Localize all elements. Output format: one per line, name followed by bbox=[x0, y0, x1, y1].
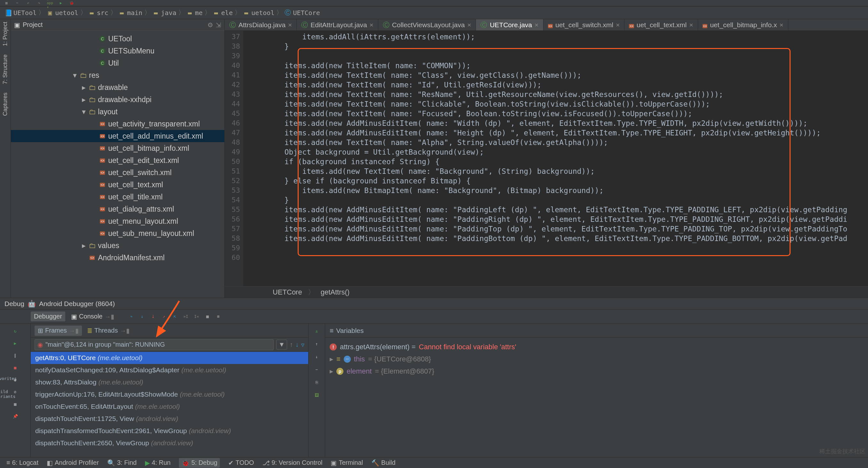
tree-row[interactable]: CUtil bbox=[11, 57, 224, 69]
breadcrumb-item[interactable]: ▬java bbox=[153, 9, 176, 17]
tool-window-button[interactable]: Build Variants bbox=[0, 389, 16, 399]
variables-list[interactable]: !attrs.getAttrs(element) = Cannot find l… bbox=[325, 338, 868, 468]
remove-icon[interactable]: − bbox=[313, 365, 321, 374]
tree-row[interactable]: ▸🗀drawable bbox=[11, 81, 224, 93]
stack-frame-row[interactable]: show:83, AttrsDialog (me.ele.uetool) bbox=[31, 376, 308, 388]
debug-title-bar[interactable]: Debug 🤖 Android Debugger (8604) bbox=[0, 298, 868, 310]
tool-window-button[interactable]: Captures bbox=[2, 93, 9, 116]
bottom-bar-item[interactable]: ◧Android Profiler bbox=[47, 459, 99, 467]
editor-crumb[interactable]: getAttrs() bbox=[321, 288, 349, 297]
tree-row[interactable]: <>uet_cell_edit_text.xml bbox=[11, 154, 224, 166]
dropdown-icon[interactable]: ▼ bbox=[276, 340, 287, 349]
bottom-bar-item[interactable]: ✔TODO bbox=[228, 459, 254, 467]
tree-row[interactable]: ▸🗀drawable-xxhdpi bbox=[11, 93, 224, 106]
tree-row[interactable]: <>uet_sub_menu_layout.xml bbox=[11, 227, 224, 240]
tree-row[interactable]: ▾🗀res bbox=[11, 69, 224, 81]
close-icon[interactable]: × bbox=[616, 21, 620, 29]
editor-tab[interactable]: <>uet_cell_switch.xml× bbox=[544, 19, 625, 30]
toolbar-icon[interactable]: ↶ bbox=[25, 1, 31, 6]
bottom-bar-item[interactable]: ⎇9: Version Control bbox=[262, 459, 322, 467]
bottom-bar-item[interactable]: 🔨Build bbox=[371, 459, 395, 467]
expand-icon[interactable]: ▸ bbox=[330, 365, 333, 377]
stack-frame-row[interactable]: dispatchTouchEvent:11725, View (android.… bbox=[31, 413, 308, 425]
tree-row[interactable]: ▸🗀values bbox=[11, 240, 224, 252]
pin-icon[interactable]: 📌 bbox=[11, 412, 20, 420]
prev-frame-icon[interactable]: ↑ bbox=[290, 341, 293, 348]
step-into-icon[interactable]: ↓ bbox=[138, 312, 146, 321]
layout-icon[interactable]: ▦ bbox=[11, 400, 20, 408]
editor-tab[interactable]: ⒸEditAttrLayout.java× bbox=[297, 19, 378, 30]
tree-row[interactable]: CUETool bbox=[11, 33, 224, 45]
image-icon[interactable]: 🖼 bbox=[313, 391, 321, 399]
editor-tab[interactable]: <>uet_cell_text.xml× bbox=[624, 19, 698, 30]
variables-header[interactable]: ≡Variables bbox=[325, 324, 868, 338]
breadcrumb-item[interactable]: ▬me bbox=[187, 9, 203, 17]
step-out-icon[interactable]: ↗ bbox=[160, 312, 168, 321]
code-area[interactable]: items.addAll(iAttrs.getAttrs(element)); … bbox=[243, 31, 868, 286]
next-frame-icon[interactable]: ↓ bbox=[296, 341, 299, 348]
tree-row[interactable]: <>uet_cell_bitmap_info.xml bbox=[11, 142, 224, 154]
close-icon[interactable]: × bbox=[779, 21, 783, 29]
variable-row[interactable]: ▸pelement = {Element@6807} bbox=[330, 365, 864, 377]
up-icon[interactable]: ↑ bbox=[313, 340, 321, 348]
tree-row[interactable]: CUETSubMenu bbox=[11, 45, 224, 57]
tree-row[interactable]: <>uet_menu_layout.xml bbox=[11, 215, 224, 227]
editor-tab[interactable]: <>uet_cell_bitmap_info.x× bbox=[698, 19, 788, 30]
variable-row[interactable]: !attrs.getAttrs(element) = Cannot find l… bbox=[330, 341, 864, 353]
calculator-icon[interactable]: ▦ bbox=[203, 312, 212, 321]
breadcrumb-item[interactable]: ▬uetool bbox=[243, 9, 274, 17]
frames-tab[interactable]: ⊞Frames→▮ bbox=[35, 325, 82, 336]
editor-tab[interactable]: ⒸUETCore.java× bbox=[476, 19, 543, 30]
tree-row[interactable]: <>AndroidManifest.xml bbox=[11, 252, 224, 264]
stop-icon[interactable]: ■ bbox=[11, 363, 20, 372]
gear-icon[interactable]: ⚙ bbox=[208, 21, 213, 29]
editor-tab[interactable]: ⒸCollectViewsLayout.java× bbox=[378, 19, 476, 30]
breadcrumb-item[interactable]: ▣uetool bbox=[47, 9, 78, 17]
bottom-bar-item[interactable]: 🔍3: Find bbox=[107, 459, 137, 467]
rerun-icon[interactable]: ↻ bbox=[11, 327, 20, 335]
threads-tab[interactable]: ≣Threads→▮ bbox=[84, 325, 133, 336]
force-step-into-icon[interactable]: ⤓ bbox=[149, 312, 157, 321]
stack-frame-row[interactable]: notifyDataSetChanged:109, AttrsDialog$Ad… bbox=[31, 364, 308, 376]
bottom-bar-item[interactable]: ▶4: Run bbox=[145, 459, 170, 467]
debug-icon[interactable]: 🐞 bbox=[68, 1, 75, 6]
breadcrumb-item[interactable]: 📘UETool bbox=[5, 9, 36, 17]
frame-list[interactable]: getAttrs:0, UETCore (me.ele.uetool)notif… bbox=[31, 352, 308, 468]
breadcrumb-item[interactable]: ▬src bbox=[89, 9, 108, 17]
tree-row[interactable]: <>uet_cell_title.xml bbox=[11, 191, 224, 203]
collapse-icon[interactable]: ⇲ bbox=[216, 21, 221, 29]
expand-icon[interactable]: ▸ bbox=[330, 353, 333, 365]
stack-frame-row[interactable]: triggerActionUp:176, EditAttrLayout$Show… bbox=[31, 388, 308, 401]
close-icon[interactable]: × bbox=[689, 21, 693, 29]
thread-select[interactable]: ◉ "main"@6,124 in group "main": RUNNING bbox=[35, 339, 274, 350]
new-watch-icon[interactable]: ± bbox=[313, 327, 321, 335]
pause-icon[interactable]: ∥ bbox=[11, 351, 20, 360]
evaluate-icon[interactable]: I« bbox=[192, 312, 201, 321]
editor-tab[interactable]: ⒸAttrsDialog.java× bbox=[225, 19, 297, 30]
tree-row[interactable]: <>uet_activity_transparent.xml bbox=[11, 118, 224, 130]
close-icon[interactable]: × bbox=[370, 21, 373, 29]
tree-row[interactable]: <>uet_dialog_attrs.xml bbox=[11, 203, 224, 215]
down-icon[interactable]: ↓ bbox=[313, 352, 321, 361]
close-icon[interactable]: × bbox=[288, 21, 292, 29]
bottom-bar-item[interactable]: 🐞5: Debug bbox=[179, 458, 220, 468]
run-to-cursor-icon[interactable]: »I bbox=[182, 312, 190, 321]
close-icon[interactable]: × bbox=[467, 21, 471, 29]
step-over-icon[interactable]: ↷ bbox=[127, 312, 135, 321]
debugger-tab[interactable]: Debugger bbox=[31, 311, 65, 321]
variable-row[interactable]: ▸≡⋯this = {UETCore@6808} bbox=[330, 353, 864, 365]
bottom-bar-item[interactable]: ▣Terminal bbox=[331, 459, 363, 467]
breadcrumb-item[interactable]: ▬main bbox=[119, 9, 143, 17]
drop-frame-icon[interactable]: ⇱ bbox=[170, 312, 179, 321]
toolbar-icon[interactable]: ▦ bbox=[3, 1, 9, 6]
bottom-bar-item[interactable]: ≡6: Logcat bbox=[6, 459, 38, 466]
resume-icon[interactable]: ▶ bbox=[11, 339, 20, 347]
project-tree[interactable]: CUEToolCUETSubMenuCUtil▾🗀res▸🗀drawable▸🗀… bbox=[11, 31, 224, 298]
tool-window-button[interactable]: 1: Project bbox=[2, 22, 9, 46]
tool-window-button[interactable]: 2: Favorites bbox=[0, 371, 17, 381]
tree-row[interactable]: <>uet_cell_add_minus_edit.xml bbox=[11, 130, 224, 142]
toolbar-run-config[interactable]: ▮ app ▾ bbox=[47, 1, 53, 6]
close-icon[interactable]: × bbox=[534, 21, 538, 29]
tree-row[interactable]: <>uet_cell_text.xml bbox=[11, 179, 224, 191]
editor-crumb[interactable]: UETCore bbox=[273, 288, 302, 297]
